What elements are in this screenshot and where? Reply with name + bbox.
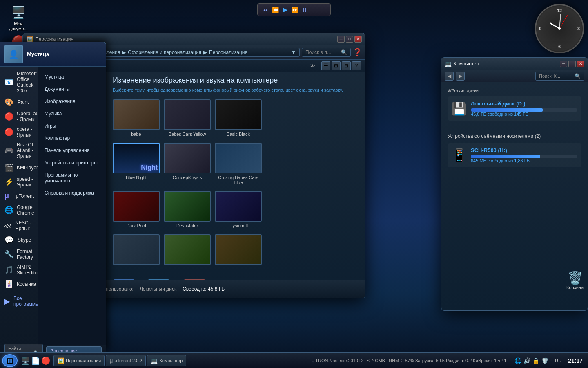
themes-row-2: Night Blue Night ConceptCrysis Cruzing B	[113, 143, 357, 185]
theme-dark-pool[interactable]: Dark Pool	[113, 191, 160, 228]
theme-devastator[interactable]: Devastator	[164, 191, 211, 228]
close-btn[interactable]: ✕	[354, 36, 362, 43]
sys-games[interactable]: Игры	[38, 120, 106, 132]
search-box[interactable]: Поиск в п... 🔍	[302, 48, 351, 57]
themes-row-3: Dark Pool Devastator Elysium II	[113, 191, 357, 228]
computer-window-icon: 💻	[445, 61, 452, 67]
computer-back-btn[interactable]: ◀	[445, 72, 454, 81]
media-play-btn[interactable]: ▶	[282, 5, 288, 14]
sys-images[interactable]: Изображения	[38, 95, 106, 108]
sys-mustytsa[interactable]: Мустяца	[38, 71, 106, 83]
maximize-btn[interactable]: □	[346, 36, 353, 43]
ql-icon-2[interactable]: 📄	[31, 356, 40, 365]
app-opera-launcher[interactable]: 🔴 OperaLauncher - Ярлык	[0, 109, 38, 124]
disk-d[interactable]: 💾 Локальный диск (D:) 45,8 ГБ свободно и…	[448, 96, 581, 121]
nfsc-icon: 🏎	[4, 222, 12, 230]
app-paint[interactable]: 🎨 Paint	[0, 96, 38, 109]
sys-music[interactable]: Музыка	[38, 108, 106, 120]
tray-network-icon[interactable]: 🌐	[514, 357, 521, 364]
theme-extra2[interactable]	[164, 234, 211, 267]
view-help-btn[interactable]: ?	[352, 61, 361, 70]
minimize-btn[interactable]: ─	[337, 36, 345, 43]
sys-help[interactable]: Справка и поддержка	[38, 187, 106, 199]
opera-launcher-icon: 🔴	[4, 112, 13, 121]
app-speed[interactable]: ⚡ speed - Ярлык	[0, 174, 38, 190]
breadcrumb-sep-1: ▶	[122, 49, 126, 55]
start-apps-section: 📧 Microsoft Office Outlook 2007 🎨 Paint …	[0, 67, 106, 345]
theme-blue-night[interactable]: Night Blue Night	[113, 143, 160, 185]
theme-cruzing[interactable]: Cruzing Babes Cars Blue	[215, 143, 262, 185]
app-all-programs-label: Все программы	[13, 296, 38, 307]
personalization-desc: Выберите тему, чтобы одновременно измени…	[113, 87, 357, 93]
theme-elysium[interactable]: Elysium II	[215, 191, 262, 228]
disk-h-bar-bg	[471, 155, 577, 158]
app-all-programs[interactable]: ▶ Все программы	[0, 292, 38, 309]
app-kmplayer[interactable]: 🎬 KMPlayer	[0, 161, 38, 174]
sys-control-panel[interactable]: Панель управления	[38, 144, 106, 157]
theme-babe[interactable]: babe	[113, 99, 160, 137]
app-kosinka[interactable]: 🃏 Косынка	[0, 278, 38, 291]
tray-security-icon[interactable]: 🛡️	[541, 357, 548, 364]
computer-minimize-btn[interactable]: ─	[560, 61, 567, 67]
breadcrumb-2[interactable]: Оформление и персонализация	[128, 49, 201, 55]
theme-concept-crisis[interactable]: ConceptCrysis	[164, 143, 211, 185]
computer-taskbar-label: Компьютер	[159, 358, 183, 363]
view-detail-btn[interactable]: ⊟	[342, 61, 351, 70]
taskbar-btn-computer[interactable]: 💻 Компьютер	[147, 355, 186, 366]
ql-icon-3[interactable]: 🔴	[41, 356, 50, 365]
sys-devices[interactable]: Устройства и принтеры	[38, 157, 106, 169]
computer-close-btn[interactable]: ✕	[577, 61, 584, 67]
sys-computer[interactable]: Компьютер	[38, 132, 106, 144]
app-paint-label: Paint	[18, 99, 29, 105]
app-rise[interactable]: 🎮 Rise Of Atlanti - Ярлык	[0, 140, 38, 161]
theme-extra3[interactable]	[215, 234, 262, 267]
disk-h[interactable]: 📱 SCH-R500 (H:) 645 МБ свободно из 1,86 …	[448, 143, 581, 167]
view-grid-btn[interactable]: ⊞	[332, 61, 341, 70]
media-rewind-btn[interactable]: ⏪	[271, 6, 280, 14]
taskbar-lang[interactable]: RU	[553, 358, 564, 363]
app-rise-label: Rise Of Atlanti - Ярлык	[17, 142, 34, 159]
taskbar-btn-personalization[interactable]: 🖼️ Персонализация	[53, 355, 105, 366]
computer-forward-btn[interactable]: ▶	[456, 72, 465, 81]
removable-section: 📱 SCH-R500 (H:) 645 МБ свободно из 1,86 …	[441, 141, 588, 177]
help-btn[interactable]: ❓	[353, 48, 362, 57]
recycle-bin-widget[interactable]: 🗑️ Корзина	[566, 271, 584, 290]
theme-babe-thumb	[113, 99, 160, 130]
app-skype[interactable]: 💬 Skype	[0, 233, 38, 247]
view-btn-1[interactable]: ≫	[310, 63, 315, 68]
app-utorrent[interactable]: μ μTorrent	[0, 190, 38, 202]
search-bar-label: Найти программы и файлы	[8, 346, 31, 353]
media-pause-btn[interactable]: ⏸	[301, 6, 308, 14]
tray-volume-icon[interactable]: 🔊	[523, 357, 530, 364]
theme-extra1[interactable]	[113, 234, 160, 267]
app-nfsc[interactable]: 🏎 NFSC - Ярлык	[0, 218, 38, 233]
app-aimp2[interactable]: 🎵 AIMP2 SkinEditor	[0, 262, 38, 278]
sys-documents[interactable]: Документы	[38, 83, 106, 95]
shutdown-btn[interactable]: Завершение работы ▶	[46, 346, 102, 353]
app-format-factory[interactable]: 🔧 Format Factory	[0, 247, 38, 262]
theme-dark-pool-thumb	[113, 191, 160, 222]
theme-babes-cars[interactable]: Babes Cars Yellow	[164, 99, 211, 137]
taskbar-btn-utorrent[interactable]: μ μTorrent 2.0.2	[106, 355, 146, 366]
tray-update-icon[interactable]: 🔒	[532, 357, 539, 364]
media-forward-btn[interactable]: ⏩	[290, 6, 299, 14]
status-free-label: Свободно: 45,8 ГБ	[183, 286, 225, 292]
start-search-bar[interactable]: Найти программы и файлы 🔍	[4, 344, 43, 353]
theme-devastator-name: Devastator	[176, 223, 198, 228]
theme-babes-cars-name: Babes Cars Yellow	[169, 132, 206, 137]
desktop-icon-my-docs[interactable]: 🖥️ Мои докуме...	[4, 4, 33, 31]
media-prev-btn[interactable]: ⏮	[262, 6, 269, 14]
computer-search[interactable]: Поиск: К... 🔍	[535, 72, 584, 81]
ql-icon-1[interactable]: 🖥️	[21, 356, 30, 365]
sys-default-programs[interactable]: Программы по умолчанию	[38, 169, 106, 187]
start-button[interactable]: ⊞	[2, 354, 18, 367]
computer-search-placeholder: Поиск: К...	[539, 74, 560, 79]
breadcrumb-dropdown[interactable]: ▼	[291, 49, 296, 55]
computer-maximize-btn[interactable]: □	[568, 61, 576, 67]
app-chrome[interactable]: 🌐 Google Chrome	[0, 202, 38, 218]
app-opera[interactable]: 🔴 opera - Ярлык	[0, 124, 38, 140]
view-list-btn[interactable]: ☰	[321, 61, 330, 70]
app-outlook[interactable]: 📧 Microsoft Office Outlook 2007	[0, 69, 38, 96]
theme-basic-black[interactable]: Basic Black	[215, 99, 262, 137]
breadcrumb-3[interactable]: Персонализация	[209, 49, 247, 55]
